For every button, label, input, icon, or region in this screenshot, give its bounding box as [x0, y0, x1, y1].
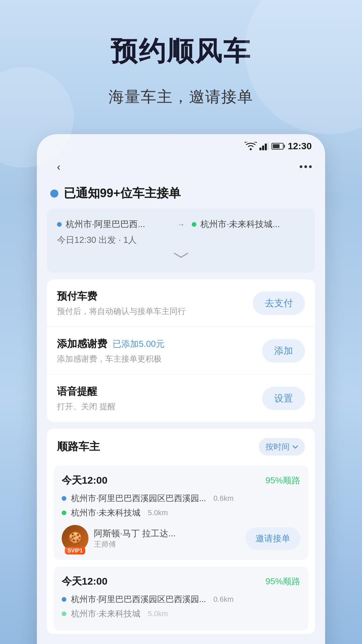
drivers-title: 顺路车主: [57, 439, 100, 454]
phone-mockup: 12:30 ‹ 已通知99+位车主接单 杭州市·阿里巴巴西... → 杭州市·未…: [37, 134, 325, 644]
driver-dest-text-1: 杭州市·未来科技城: [71, 507, 140, 518]
driver-time-row-1: 今天12:00 95%顺路: [62, 474, 300, 487]
route-card[interactable]: 杭州市·阿里巴巴西... → 杭州市·未来科技城... 今日12:30 出发 ·…: [47, 208, 315, 273]
voice-item: 语音提醒 打开、关闭 提醒 设置: [47, 375, 315, 422]
page-main-title: 预约顺风车: [111, 34, 251, 70]
driver-origin-text-1: 杭州市·阿里巴巴西溪园区巴西溪园...: [71, 493, 206, 504]
status-bar: 12:30: [37, 134, 325, 155]
driver-origin-1: 杭州市·阿里巴巴西溪园区巴西溪园... 0.6km: [62, 493, 300, 504]
notification-text: 已通知99+位车主接单: [64, 185, 181, 202]
driver-info-row-1: 🍪 SVIP1 阿斯顿·马丁 拉工达... 王师傅 邀请接单: [62, 525, 300, 552]
origin-text: 杭州市·阿里巴巴西...: [66, 218, 170, 230]
svg-rect-2: [262, 146, 264, 150]
invite-button-1[interactable]: 邀请接单: [245, 527, 300, 550]
prepay-left: 预付车费 预付后，将自动确认与接单车主同行: [57, 289, 253, 317]
tip-added-text: 已添加5.00元: [113, 338, 165, 350]
driver-origin-2: 杭州市·阿里巴巴西溪园区巴西溪园... 0.6km: [62, 594, 300, 605]
tip-left: 添加感谢费 已添加5.00元 添加感谢费，车主接单更积极: [57, 337, 262, 364]
prepay-title: 预付车费: [57, 289, 253, 303]
more-button[interactable]: [300, 165, 312, 168]
driver-card-2: 今天12:00 95%顺路 杭州市·阿里巴巴西溪园区巴西溪园... 0.6km …: [54, 567, 308, 631]
voice-left: 语音提醒 打开、关闭 提醒: [57, 385, 262, 412]
voice-title: 语音提醒: [57, 385, 262, 398]
driver-dest-dot-1: [62, 511, 66, 515]
svg-point-0: [250, 148, 252, 150]
notify-dot: [50, 190, 58, 198]
drivers-section: 顺路车主 按时间 今天12:00 95%顺路 杭州市·阿里巴巴西溪园区巴西溪园.…: [47, 429, 315, 634]
notification-section: 已通知99+位车主接单: [37, 182, 325, 208]
tip-desc: 添加感谢费，车主接单更积极: [57, 354, 262, 364]
tip-button[interactable]: 添加: [262, 339, 305, 363]
prepay-item: 预付车费 预付后，将自动确认与接单车主同行 去支付: [47, 279, 315, 327]
svg-rect-4: [267, 142, 269, 150]
driver-avatar-1: 🍪 SVIP1: [62, 525, 88, 552]
battery-icon: [272, 143, 284, 150]
disclaimer-text: 本图片仅为示例，图中内容、商品或活动以APP内公示为准: [37, 641, 325, 644]
status-time: 12:30: [288, 141, 312, 152]
driver-time-2: 今天12:00: [62, 575, 108, 588]
nav-bar: ‹: [37, 155, 325, 182]
sort-chevron-icon: [292, 444, 298, 449]
driver-time-1: 今天12:00: [62, 474, 108, 487]
driver-origin-dot-1: [62, 496, 66, 501]
driver-dest-dot-2: [62, 611, 66, 616]
drivers-header: 顺路车主 按时间: [47, 429, 315, 462]
svg-rect-3: [265, 144, 267, 150]
destination-dot: [192, 222, 196, 227]
status-icons: [245, 142, 284, 151]
route-arrow: →: [177, 220, 185, 229]
driver-avatar-area-1: 🍪 SVIP1 阿斯顿·马丁 拉工达... 王师傅: [62, 525, 176, 552]
origin-dot: [57, 222, 62, 227]
back-button[interactable]: ‹: [50, 158, 67, 175]
driver-match-2: 95%顺路: [265, 576, 300, 587]
driver-origin-dist-1: 0.6km: [214, 494, 234, 503]
action-section: 预付车费 预付后，将自动确认与接单车主同行 去支付 添加感谢费 已添加5.00元…: [47, 279, 315, 422]
departure-info: 今日12:30 出发 · 1人: [57, 234, 305, 246]
sort-button[interactable]: 按时间: [259, 438, 305, 455]
voice-button[interactable]: 设置: [262, 387, 305, 410]
driver-match-1: 95%顺路: [265, 475, 300, 486]
tip-title: 添加感谢费 已添加5.00元: [57, 337, 262, 351]
driver-origin-dot-2: [62, 597, 66, 602]
destination-text: 杭州市·未来科技城...: [200, 218, 305, 230]
driver-dest-dist-1: 5.0km: [148, 508, 168, 517]
wifi-icon: [245, 142, 257, 151]
driver-dest-text-2: 杭州市·未来科技城: [71, 608, 140, 619]
driver-car-1: 阿斯顿·马丁 拉工达...: [94, 528, 176, 539]
voice-desc: 打开、关闭 提醒: [57, 401, 262, 412]
driver-title-1: 王师傅: [94, 539, 176, 549]
tip-item: 添加感谢费 已添加5.00元 添加感谢费，车主接单更积极 添加: [47, 327, 315, 375]
expand-icon[interactable]: [171, 251, 191, 259]
driver-card-1: 今天12:00 95%顺路 杭州市·阿里巴巴西溪园区巴西溪园... 0.6km …: [54, 466, 308, 560]
page-subtitle: 海量车主，邀请接单: [109, 87, 253, 107]
driver-origin-text-2: 杭州市·阿里巴巴西溪园区巴西溪园...: [71, 594, 206, 605]
svip-badge-1: SVIP1: [65, 547, 85, 554]
driver-name-area-1: 阿斯顿·马丁 拉工达... 王师傅: [94, 528, 176, 549]
prepay-button[interactable]: 去支付: [253, 291, 305, 315]
signal-icon: [259, 142, 269, 150]
driver-dest-1: 杭州市·未来科技城 5.0km: [62, 507, 300, 518]
driver-dest-2: 杭州市·未来科技城 5.0km: [62, 608, 300, 619]
svg-rect-1: [259, 148, 261, 150]
driver-origin-dist-2: 0.6km: [214, 595, 234, 604]
prepay-desc: 预付后，将自动确认与接单车主同行: [57, 306, 253, 317]
driver-dest-dist-2: 5.0km: [148, 609, 168, 618]
driver-time-row-2: 今天12:00 95%顺路: [62, 575, 300, 588]
